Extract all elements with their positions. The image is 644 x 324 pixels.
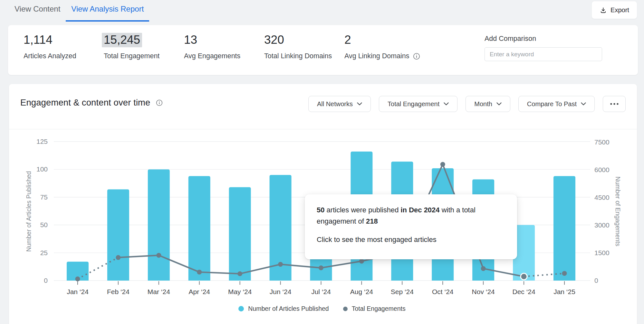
dropdown-label: Compare To Past: [527, 100, 577, 108]
legend-dot: [343, 307, 348, 311]
x-axis-label: May ‘24: [228, 288, 252, 295]
stat-value: 320: [264, 33, 284, 47]
right-axis-tick-label: 0: [594, 277, 598, 284]
x-axis-label: Sep ‘24: [391, 288, 414, 295]
bar-mar-24[interactable]: [148, 169, 170, 281]
tab-view-content[interactable]: View Content: [9, 0, 66, 22]
line-point-emphasized[interactable]: [521, 273, 527, 280]
tooltip-summary: 50 articles were published in Dec 2024 w…: [317, 204, 504, 227]
left-axis-tick-label: 25: [40, 249, 48, 256]
chart-title-row: Engagement & content over time: [20, 97, 163, 108]
left-axis-tick-label: 125: [36, 138, 48, 145]
export-button[interactable]: Export: [591, 1, 637, 19]
add-comparison-keyword-input[interactable]: [485, 47, 602, 61]
more-options-button[interactable]: [603, 96, 626, 112]
x-axis-label: Oct ‘24: [432, 288, 454, 295]
legend-label: Total Engagements: [352, 305, 406, 312]
line-point[interactable]: [359, 259, 364, 264]
stat-label: Avg Engagements: [184, 52, 240, 60]
stat-label: Avg Linking Domains: [344, 52, 420, 60]
x-axis-label: Jun ‘24: [270, 288, 292, 295]
legend-dot: [238, 306, 244, 311]
chart-controls: All NetworksTotal EngagementMonthCompare…: [308, 96, 626, 112]
info-icon[interactable]: [413, 53, 420, 60]
download-icon: [600, 6, 607, 14]
chevron-down-icon: [357, 102, 362, 106]
line-point[interactable]: [319, 265, 323, 270]
left-axis-title: Number of Articles Published: [25, 171, 32, 252]
left-axis-tick-label: 50: [40, 221, 48, 228]
stat-value: 1,114: [24, 33, 53, 47]
ellipsis-icon: [610, 103, 619, 105]
stat-value: 15,245: [104, 33, 142, 47]
summary-stats-card: 1,114Articles Analyzed15,245Total Engage…: [8, 25, 638, 75]
dropdown-month[interactable]: Month: [466, 96, 510, 112]
chevron-down-icon: [496, 102, 502, 106]
analysis-report-page: View ContentView Analysis Report Export …: [0, 0, 644, 324]
line-point[interactable]: [237, 271, 242, 276]
legend-label: Number of Articles Published: [248, 305, 329, 312]
stat-value: 2: [344, 33, 351, 47]
tab-view-analysis-report[interactable]: View Analysis Report: [66, 0, 149, 22]
left-axis-tick-label: 0: [44, 277, 48, 284]
stat-label: Total Linking Domains: [264, 52, 332, 60]
line-point[interactable]: [116, 255, 120, 260]
bar-jan-25[interactable]: [553, 176, 575, 281]
tab-bar: View ContentView Analysis Report: [9, 0, 149, 22]
right-axis-tick-label: 6000: [594, 166, 610, 173]
chart-title: Engagement & content over time: [20, 97, 150, 108]
right-axis-tick-label: 7500: [594, 138, 610, 146]
right-axis-tick-label: 1500: [594, 249, 610, 256]
bar-apr-24[interactable]: [188, 176, 210, 281]
x-axis-label: Nov ‘24: [472, 288, 495, 295]
dropdown-all-networks[interactable]: All Networks: [308, 96, 371, 112]
legend-item-number-of-articles-published[interactable]: Number of Articles Published: [238, 305, 329, 312]
x-axis-label: Apr ‘24: [188, 288, 210, 295]
bar-may-24[interactable]: [229, 187, 251, 281]
legend-item-total-engagements[interactable]: Total Engagements: [343, 305, 406, 312]
right-axis-title: Number of Engagements: [614, 177, 621, 246]
dropdown-label: All Networks: [317, 100, 353, 108]
line-point[interactable]: [481, 266, 486, 271]
x-axis-label: Aug ‘24: [350, 288, 373, 295]
dropdown-label: Month: [474, 100, 492, 108]
stat-value: 13: [184, 33, 197, 47]
right-axis-tick-label: 3000: [594, 221, 610, 229]
line-point[interactable]: [562, 271, 567, 276]
stat-label: Articles Analyzed: [24, 52, 76, 60]
dropdown-total-engagement[interactable]: Total Engagement: [379, 96, 457, 112]
chart-tooltip[interactable]: 50 articles were published in Dec 2024 w…: [305, 194, 517, 259]
line-point[interactable]: [156, 253, 161, 258]
left-axis-tick-label: 100: [36, 165, 48, 173]
chevron-down-icon: [581, 102, 586, 106]
info-icon[interactable]: [156, 99, 163, 106]
x-axis-label: Mar ‘24: [148, 288, 170, 295]
chart-legend: Number of Articles PublishedTotal Engage…: [54, 305, 590, 312]
line-point[interactable]: [440, 162, 445, 167]
x-axis-label: Dec ‘24: [512, 288, 535, 295]
export-button-label: Export: [610, 6, 629, 14]
tooltip-action: Click to see the most engaged articles: [317, 236, 504, 244]
stat-label: Total Engagement: [104, 52, 159, 60]
add-comparison-label: Add Comparison: [485, 35, 536, 43]
engagement-over-time-card: Engagement & content over time All Netwo…: [9, 84, 637, 324]
line-point[interactable]: [197, 270, 202, 274]
x-axis-label: Jan ‘25: [553, 288, 575, 295]
dropdown-compare-to-past[interactable]: Compare To Past: [518, 96, 595, 112]
x-axis-label: Feb ‘24: [107, 288, 130, 295]
right-axis-tick-label: 4500: [594, 194, 610, 201]
chevron-down-icon: [444, 102, 449, 106]
left-axis-tick-label: 75: [40, 193, 48, 201]
dropdown-label: Total Engagement: [388, 100, 439, 108]
line-point[interactable]: [278, 262, 283, 267]
bar-feb-24[interactable]: [107, 190, 129, 281]
line-point[interactable]: [75, 276, 80, 281]
x-axis-label: Jan ‘24: [67, 288, 89, 295]
x-axis-label: Jul ‘24: [311, 288, 331, 295]
